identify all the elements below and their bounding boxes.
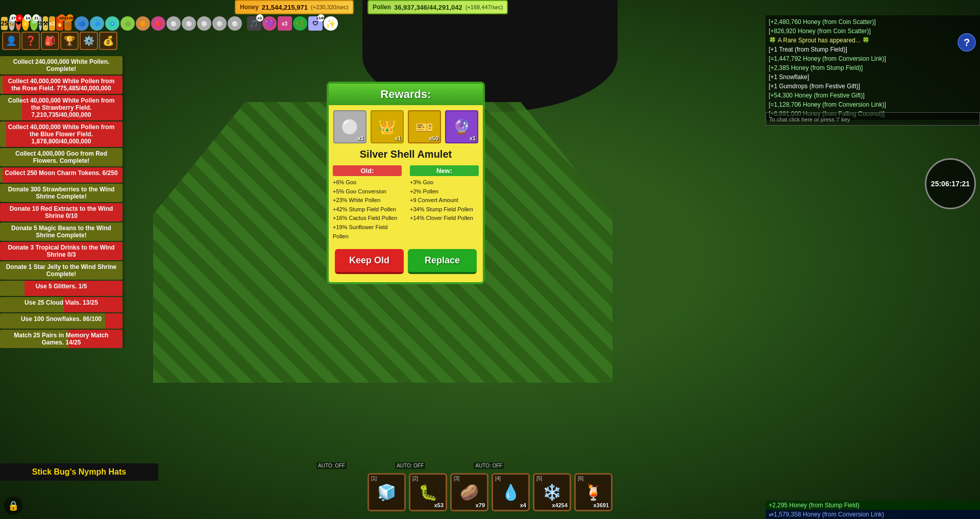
new-stats-content: +3% Goo+2% Pollen+9 Convert Amount+34% S… [410, 178, 479, 223]
circle-icon-9[interactable]: ⚪ [197, 16, 211, 31]
settings-icon[interactable]: ⚙️ [80, 32, 98, 50]
quest-item-2[interactable]: Collect 40,000,000 White Pollen from the… [0, 95, 122, 120]
circle-icon-10[interactable]: ⚪ [212, 16, 227, 31]
quest-item-9[interactable]: Donate 3 Tropical Drinks to the Wind Shr… [0, 242, 122, 260]
new-stats-header: New: [410, 165, 479, 176]
chat-line: [+2,480,760 Honey (from Coin Scatter)] [769, 17, 977, 27]
honey-value: 21,544,215,971 [262, 4, 308, 11]
hotbar-qty-3: x79 [476, 502, 485, 508]
old-stat: +6% Goo [333, 178, 402, 187]
new-stat: +14% Clover Field Pollen [410, 214, 479, 223]
circle-icon-8[interactable]: ⚪ [182, 16, 196, 31]
reward-icon-qty-3: x1 [470, 135, 476, 141]
quest-item-7[interactable]: Donate 10 Red Extracts to the Wind Shrin… [0, 203, 122, 221]
chat-line: [+2,385 Honey (from Stump Field)] [769, 63, 977, 72]
privacy-icon[interactable]: 🔒 [4, 497, 22, 515]
inventory-icon[interactable]: 🎒 [41, 32, 59, 50]
shield-badge[interactable]: 🛡x149 [308, 16, 323, 31]
fire-icon[interactable]: 🔥x3 [56, 16, 63, 31]
hotbar-slot-1[interactable]: [1]🧊 [368, 473, 406, 511]
bubble-icon-2[interactable]: 🔷 [90, 16, 104, 31]
reward-icon-qty-2: x50 [429, 135, 438, 141]
old-stats-content: +6% Goo+5% Goo Conversion+23% White Poll… [333, 178, 402, 241]
chat-input-bar[interactable]: To chat click here or press '/' key [766, 112, 980, 126]
dialog-buttons: Keep Old Replace [329, 244, 483, 276]
trophy-icon[interactable]: 🏆 [60, 32, 79, 50]
old-stat: +16% Cactus Field Pollen [333, 214, 402, 223]
reward-icon-qty-1: x1 [395, 135, 401, 141]
quest-item-14[interactable]: Match 25 Pairs in Memory Match Games. 14… [0, 330, 122, 348]
quest-item-4[interactable]: Collect 4,000,000 Goo from Red Flowers. … [0, 148, 122, 166]
reward-icon-0: ⚪x1 [333, 110, 366, 143]
status-line-1: +2,295 Honey (from Stump Field) [766, 501, 980, 510]
bubble-icon-3[interactable]: 💠 [105, 16, 119, 31]
bubble-icon-1[interactable]: 🔵 [75, 16, 89, 31]
reward-icon-qty-0: x1 [358, 135, 364, 141]
quest-item-11[interactable]: Use 5 Glitters. 1/5 [0, 281, 122, 296]
hotbar-qty-4: x4 [520, 502, 526, 508]
star-icon[interactable]: ⭐14 [22, 16, 29, 31]
circle-icon-4[interactable]: 🟢 [120, 16, 135, 31]
pollen-value: 36,937,346/44,291,042 [394, 4, 462, 11]
circle-icon-7[interactable]: ⚪ [166, 16, 181, 31]
old-stats-header: Old: [333, 165, 402, 176]
x3-badge: x3 [49, 16, 55, 31]
question-icon[interactable]: ❓ [21, 32, 40, 50]
dialog-header: Rewards: [329, 84, 483, 105]
quest-item-3[interactable]: Collect 40,000,000 White Pollen from the… [0, 121, 122, 147]
heart-icon-2[interactable]: 💜 [262, 16, 277, 31]
help-button[interactable]: ? [958, 33, 976, 52]
quest-panel: Collect 240,000,000 White Pollen. Comple… [0, 56, 125, 348]
replace-button[interactable]: Replace [408, 249, 477, 274]
bee-icon[interactable]: 🐝27 [9, 16, 15, 31]
heart-icon[interactable]: ❤0 [16, 16, 21, 31]
leaf-icon[interactable]: 🍃21 [30, 16, 38, 31]
new-stat: +2% Pollen [410, 187, 479, 196]
quest-item-5[interactable]: Collect 250 Moon Charm Tokens. 6/250 [0, 167, 122, 183]
pollen-rate: (+168,447/sec) [465, 4, 503, 10]
hotbar-slot-3[interactable]: [3]🥔x79 [450, 473, 488, 511]
quest-item-13[interactable]: Use 100 Snowflakes. 86/100 [0, 313, 122, 329]
reward-icon-2: 🎫x50 [408, 110, 441, 143]
stats-comparison: Old: +6% Goo+5% Goo Conversion+23% White… [329, 162, 483, 244]
status-line-2: ⇌1,579,358 Honey (from Conversion Link) [766, 510, 980, 519]
quest-item-6[interactable]: Donate 300 Strawberries to the Wind Shri… [0, 184, 122, 202]
shop-icon[interactable]: 💰 [99, 32, 117, 50]
auto-off-3: AUTO: OFF [474, 462, 504, 469]
quest-item-12[interactable]: Use 25 Cloud Vials. 13/25 [0, 297, 122, 312]
reward-dialog: Rewards: ⚪x1👑x1🎫x50🔮x1 Silver Shell Amul… [327, 82, 485, 284]
tool-icon[interactable]: ⚒ [43, 16, 48, 31]
hotbar-slot-6[interactable]: [6]🍹x3691 [574, 473, 612, 511]
reward-icons-row: ⚪x1👑x1🎫x50🔮x1 [329, 105, 483, 145]
pollen-icon[interactable]: 🌿 [293, 16, 307, 31]
old-stat: +42% Stump Field Pollen [333, 205, 402, 214]
circle-icon-5[interactable]: 🟠 [136, 16, 150, 31]
hotbar-slot-2[interactable]: [2]🐛x53 [409, 473, 447, 511]
hotbar-qty-2: x53 [434, 502, 444, 508]
reward-icon-1: 👑x1 [371, 110, 404, 143]
hotbar-qty-6: x3691 [593, 502, 609, 508]
circle-icon-11[interactable]: ⚪ [228, 16, 242, 31]
new-stat: +9 Convert Amount [410, 196, 479, 205]
quest-item-0[interactable]: Collect 240,000,000 White Pollen. Comple… [0, 56, 122, 75]
num3-icon: 3 [39, 16, 42, 31]
quest-item-1[interactable]: Collect 40,000,000 White Pollen from the… [0, 76, 122, 94]
keep-old-button[interactable]: Keep Old [335, 249, 404, 274]
new-stat: +3% Goo [410, 178, 479, 187]
crafting-icon[interactable]: 🔨x1000 [64, 16, 71, 31]
pollen-bar: Pollen 36,937,346/44,291,042 (+168,447/s… [368, 0, 508, 14]
hotbar-slot-5[interactable]: [5]❄️x4254 [533, 473, 571, 511]
circle-icon-6[interactable]: 🔴 [151, 16, 165, 31]
amulet-name: Silver Shell Amulet [329, 145, 483, 162]
honey-bar: Honey 21,544,215,971 (+230,320/sec) [235, 0, 354, 14]
level-badge: 25 [1, 17, 8, 30]
chat-panel: [+2,480,760 Honey (from Coin Scatter)][+… [766, 15, 980, 120]
hotbar-slot-4[interactable]: [4]💧x4 [492, 473, 530, 511]
music-icon[interactable]: 🎵x3 [247, 16, 261, 31]
chat-line: [+1 Treat (from Stump Field)] [769, 45, 977, 54]
old-stat: +19% Sunflower Field Pollen [333, 223, 402, 241]
star-burst-icon[interactable]: ✨ [324, 16, 338, 31]
quest-item-8[interactable]: Donate 5 Magic Beans to the Wind Shrine … [0, 223, 122, 241]
profile-icon[interactable]: 👤 [2, 32, 20, 50]
quest-item-10[interactable]: Donate 1 Star Jelly to the Wind Shrine C… [0, 261, 122, 280]
